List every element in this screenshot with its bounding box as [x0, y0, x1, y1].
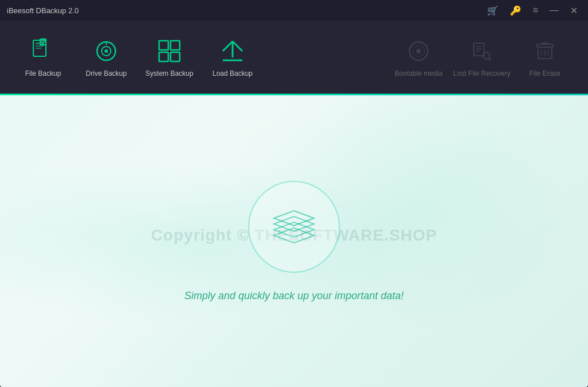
app-window: iBeesoft DBackup 2.0 🛒 🔑 ≡ — ✕	[0, 0, 588, 387]
toolbar-right: Bootable media Lost File Recovery	[387, 26, 577, 90]
svg-rect-10	[171, 41, 180, 50]
menu-icon[interactable]: ≡	[529, 4, 541, 17]
svg-point-18	[416, 49, 421, 53]
cart-icon[interactable]: 🛒	[483, 4, 502, 17]
file-erase-button[interactable]: File Erase	[513, 26, 577, 90]
svg-line-14	[223, 41, 233, 51]
system-backup-label: System Backup	[145, 69, 193, 79]
toolbar-left: File Backup Drive Backup	[11, 26, 264, 90]
system-backup-icon	[156, 37, 183, 65]
system-backup-button[interactable]: System Backup	[138, 26, 201, 90]
lost-file-recovery-icon	[468, 37, 496, 65]
bootable-media-icon	[405, 37, 432, 65]
center-logo: Simply and quickly back up your importan…	[184, 181, 404, 302]
svg-rect-3	[36, 48, 41, 49]
lost-file-recovery-label: Lost File Recovery	[453, 69, 510, 79]
close-button[interactable]: ✕	[567, 4, 581, 17]
window-controls: 🛒 🔑 ≡ — ✕	[483, 4, 581, 17]
drive-backup-icon	[92, 37, 120, 65]
bootable-media-button[interactable]: Bootable media	[387, 26, 450, 90]
lost-file-recovery-button[interactable]: Lost File Recovery	[450, 26, 513, 90]
svg-rect-20	[474, 43, 484, 56]
load-backup-label: Load Backup	[212, 69, 253, 79]
minimize-button[interactable]: —	[546, 4, 562, 17]
logo-circle	[248, 181, 340, 273]
file-backup-icon	[29, 37, 57, 65]
svg-point-7	[105, 49, 108, 53]
svg-line-15	[233, 41, 242, 51]
file-backup-button[interactable]: File Backup	[11, 26, 75, 90]
file-backup-label: File Backup	[25, 69, 61, 79]
main-content: Copyright © THESOFTWARE.SHOP Simply and …	[0, 95, 588, 387]
drive-backup-label: Drive Backup	[86, 69, 126, 79]
title-bar: iBeesoft DBackup 2.0 🛒 🔑 ≡ — ✕	[0, 0, 588, 21]
drive-backup-button[interactable]: Drive Backup	[75, 26, 138, 90]
svg-line-24	[488, 57, 491, 60]
bootable-media-label: Bootable media	[394, 69, 442, 79]
tagline-text: Simply and quickly back up your importan…	[184, 290, 404, 302]
app-title: iBeesoft DBackup 2.0	[7, 6, 483, 15]
svg-rect-12	[171, 52, 180, 61]
load-backup-button[interactable]: Load Backup	[201, 26, 264, 90]
file-erase-icon	[531, 37, 559, 65]
file-erase-label: File Erase	[529, 69, 560, 79]
key-icon[interactable]: 🔑	[506, 4, 525, 17]
toolbar: File Backup Drive Backup	[0, 21, 588, 95]
svg-rect-11	[159, 52, 168, 61]
svg-rect-2	[36, 45, 44, 47]
load-backup-icon	[219, 37, 246, 65]
svg-rect-9	[159, 41, 168, 50]
